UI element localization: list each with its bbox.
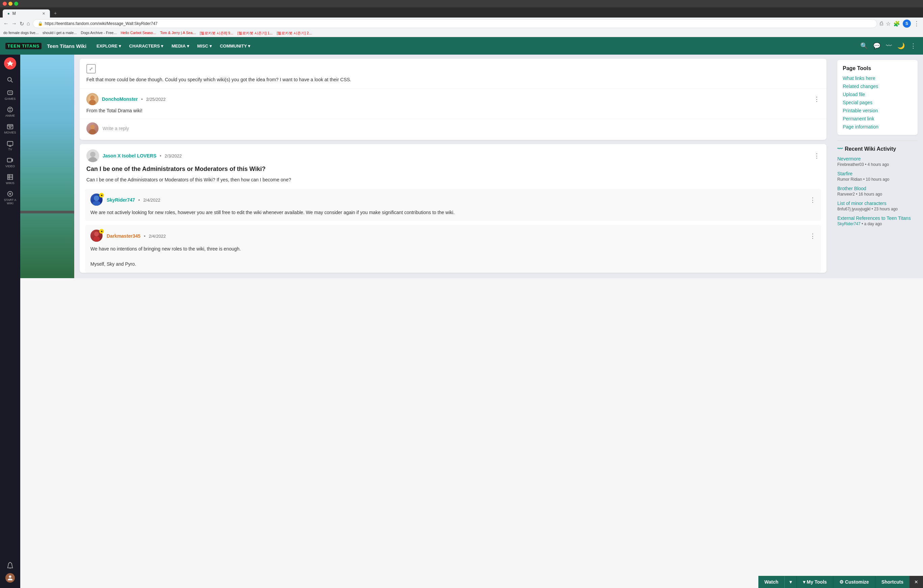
url-bar[interactable]: 🔒 https://teentitans.fandom.com/wiki/Mes… [33,19,877,28]
svg-point-24 [89,100,96,105]
nav-community[interactable]: COMMUNITY ▾ [217,41,254,51]
what-links-here[interactable]: What links here [843,75,912,81]
menu-button[interactable]: ⋮ [913,20,920,27]
sidebar-anime[interactable]: ANIME [0,104,20,120]
more-header-button[interactable]: ⋮ [909,41,918,51]
doncho-avatar [86,93,99,105]
activity-button[interactable]: 〰 [885,41,893,51]
bookmark-1[interactable]: do female dogs live... [3,31,38,36]
darkmaster-date: 2/4/2022 [149,234,166,239]
address-bar-row: ← → ↻ ⌂ 🔒 https://teentitans.fandom.com/… [0,18,923,29]
permanent-link[interactable]: Permanent link [843,116,912,121]
tab-label: M [13,11,16,16]
nav-misc[interactable]: MISC ▾ [194,41,215,51]
nav-characters[interactable]: CHARACTERS ▾ [126,41,167,51]
activity-icon: 〰 [837,146,843,152]
jason-author[interactable]: Jason X Isobel LOVERS [103,153,156,159]
activity-item-3: Brother Blood Ranveer2 • 16 hours ago [837,186,918,197]
darkmaster-dot: • [144,234,145,239]
doncho-date-text: 2/25/2022 [146,97,166,102]
svg-line-1 [11,80,13,83]
activity-link-2[interactable]: Starfire [837,171,918,176]
bookmark-4[interactable]: Hello Carbot Seaso... [121,31,156,36]
browser-chrome [0,0,923,7]
bookmark-5[interactable]: Tom & Jerry | A Sea... [160,31,195,36]
browser-tabs: ● M ✕ + [0,7,923,18]
darkmaster-author[interactable]: Darkmaster345 [107,233,140,239]
search-header-button[interactable]: 🔍 [859,41,869,51]
bookmark-8[interactable]: [헬로카봇 시즌기] 2... [277,31,312,36]
nav-media[interactable]: MEDIA ▾ [168,41,192,51]
bookmark-7[interactable]: [헬로카봇 시즌기] 1... [238,31,273,36]
page-information[interactable]: Page information [843,124,912,129]
skyrider-date: 2/4/2022 [143,198,161,203]
related-changes[interactable]: Related changes [843,84,912,89]
active-tab[interactable]: ● M ✕ [3,10,50,18]
doncho-meta: DonchoMonster • 2/25/2022 ⋮ [86,93,820,105]
activity-item-5: External References to Teen Titans SkyRi… [837,215,918,226]
svg-point-29 [94,195,99,201]
printable-version[interactable]: Printable version [843,108,912,113]
skyrider-star-badge: ★ [99,193,104,198]
activity-meta-3: Ranveer2 • 16 hours ago [837,192,882,197]
svg-point-28 [90,152,95,157]
sidebar-divider [837,140,918,141]
theme-button[interactable]: 🌙 [896,41,906,51]
tab-close-icon[interactable]: ✕ [42,11,45,16]
reply-input[interactable]: Write a reply [103,126,129,131]
sidebar-start-wiki[interactable]: START A WIKI [0,188,20,207]
reload-button[interactable]: ↻ [20,21,24,27]
doncho-text: From the Total Drama wiki! [86,108,820,113]
bookmark-2[interactable]: should i get a male... [43,31,77,36]
forward-button[interactable]: → [11,21,17,27]
skyrider-actions[interactable]: ⋮ [810,196,816,204]
site-header: TEEN TITANS Teen Titans Wiki EXPLORE ▾ C… [0,37,923,55]
darkmaster-star-badge: ★ [99,229,104,234]
activity-item-1: Nevermore Firebreather03 • 4 hours ago [837,156,918,167]
notifications-button[interactable]: 💬 [872,41,882,51]
expand-button[interactable]: ⤢ [86,64,96,74]
fandom-logo[interactable] [4,57,16,69]
activity-link-5[interactable]: External References to Teen Titans [837,215,918,221]
doncho-author[interactable]: DonchoMonster [102,97,138,102]
profile-button[interactable]: S [903,20,911,28]
back-button[interactable]: ← [3,21,9,27]
bookmark-3[interactable]: Dogs Archive - Free... [80,31,117,36]
thread-2: Jason X Isobel LOVERS • 2/3/2022 ⋮ Can I… [80,144,826,273]
activity-user-5-link[interactable]: SkyRider747 [837,221,861,226]
sidebar-anime-label: ANIME [5,114,15,117]
sidebar-wikis[interactable]: WIKIS [0,171,20,187]
sidebar-movies-label: MOVIES [4,131,16,134]
sidebar-movies[interactable]: MOVIES [0,121,20,136]
activity-meta-4: 8nfu67j jyuuyjugjkl • 23 hours ago [837,207,898,211]
svg-rect-7 [7,125,13,129]
upload-file[interactable]: Upload file [843,92,912,97]
sidebar-video[interactable]: VIDEO [0,154,20,170]
skyrider-author[interactable]: SkyRider747 [107,197,135,203]
doncho-actions[interactable]: ⋮ [814,95,820,103]
sidebar-games-label: GAMES [5,97,16,100]
page-tools-panel: Page Tools What links here Related chang… [837,60,918,135]
new-tab-button[interactable]: + [51,9,60,18]
bookmark-6[interactable]: [헬로카봇 시즌8] 9... [200,31,233,36]
logo-text[interactable]: TEEN TITANS [5,43,41,49]
reply-avatar [86,122,99,134]
home-button[interactable]: ⌂ [27,21,30,27]
share-button[interactable]: ⎙ [880,21,883,27]
thread2-title: Can I be one of the Administrators or Mo… [86,165,820,173]
activity-link-4[interactable]: List of minor characters [837,201,918,206]
activity-link-3[interactable]: Brother Blood [837,186,918,191]
darkmaster-actions[interactable]: ⋮ [810,232,816,240]
activity-link-1[interactable]: Nevermore [837,156,918,162]
bookmark-button[interactable]: ☆ [886,21,891,27]
darkmaster-reply: ★ Darkmaster345 • 2/4/2022 ⋮ We have no … [85,225,821,272]
right-sidebar: Page Tools What links here Related chang… [832,55,923,278]
sidebar-search[interactable] [0,74,20,86]
extensions-button[interactable]: 🧩 [893,21,900,27]
thread2-actions[interactable]: ⋮ [814,152,820,159]
special-pages[interactable]: Special pages [843,100,912,105]
thread2-header: Jason X Isobel LOVERS • 2/3/2022 ⋮ [80,144,826,162]
sidebar-games[interactable]: GAMES [0,87,20,103]
sidebar-tv[interactable]: TV [0,138,20,153]
nav-explore[interactable]: EXPLORE ▾ [93,41,125,51]
